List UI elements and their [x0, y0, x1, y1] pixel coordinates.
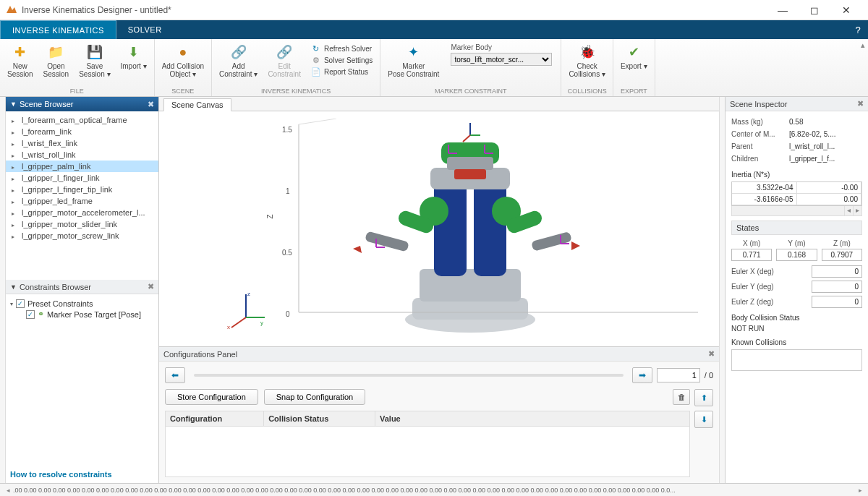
euler-z-input[interactable]: 0 — [812, 296, 862, 308]
import-icon: ⬇ — [125, 43, 142, 61]
tree-node[interactable]: ▸l_wrist_flex_link — [6, 137, 158, 149]
marker-pose-target-node[interactable]: ✓⚭Marker Pose Target [Pose] — [10, 309, 154, 320]
edit-constraint-button[interactable]: 🔗EditConstraint — [265, 42, 304, 87]
solver-settings-button[interactable]: ⚙Solver Settings — [311, 55, 373, 65]
state-x-input[interactable]: 0.771 — [731, 249, 772, 261]
axes-triad-icon: z y x — [224, 288, 268, 332]
ribbon-collapse-icon[interactable]: ▴ — [858, 39, 868, 96]
tree-node[interactable]: ▸l_gripper_l_finger_link — [6, 172, 158, 184]
add-collision-object-button[interactable]: ●Add CollisionObject ▾ — [159, 42, 207, 87]
minimize-button[interactable]: — — [767, 0, 799, 20]
svg-text:z: z — [247, 291, 250, 297]
config-total-label: / 0 — [705, 371, 713, 380]
config-index-input[interactable] — [657, 368, 700, 382]
config-slider[interactable] — [194, 374, 624, 377]
chain-edit-icon: 🔗 — [276, 43, 293, 61]
scene-canvas[interactable]: Z 1.5 1 0.5 0 — [159, 111, 719, 346]
state-z-input[interactable]: 0.7907 — [822, 249, 862, 261]
constraints-browser-close-icon[interactable]: ✖ — [148, 282, 154, 291]
svg-marker-15 — [353, 246, 362, 253]
svg-text:x: x — [227, 324, 230, 330]
add-constraint-button[interactable]: 🔗AddConstraint ▾ — [216, 42, 260, 87]
tree-node[interactable]: ▸l_wrist_roll_link — [6, 149, 158, 161]
scene-canvas-tab[interactable]: Scene Canvas — [163, 98, 231, 111]
marker-body-select[interactable]: torso_lift_motor_scr... — [451, 53, 552, 66]
close-button[interactable]: ✕ — [830, 0, 862, 20]
tree-node[interactable]: ▸l_gripper_l_finger_tip_link — [6, 184, 158, 195]
bug-icon: 🐞 — [579, 43, 596, 61]
scroll-right-icon[interactable]: ▸ — [853, 206, 861, 215]
scene-browser-close-icon[interactable]: ✖ — [148, 100, 154, 109]
left-dockbar[interactable] — [0, 97, 6, 483]
scene-inspector-header[interactable]: Scene Inspector✖ — [726, 97, 868, 111]
export-button[interactable]: ✔Export ▾ — [618, 42, 650, 87]
config-next-button[interactable]: ➡ — [632, 367, 652, 383]
save-icon: 💾 — [86, 43, 103, 61]
gear-icon: ⚙ — [311, 55, 321, 65]
svg-text:y: y — [260, 320, 263, 326]
preset-constraints-node[interactable]: ▾✓Preset Constraints — [10, 299, 154, 309]
toolstrip-tabs: INVERSE KINEMATICS SOLVER ? — [0, 20, 868, 39]
constraint-icon: ⚭ — [38, 309, 44, 319]
scene-browser-header[interactable]: ▼Scene Browser✖ — [6, 97, 158, 111]
refresh-solver-button[interactable]: ↻Refresh Solver — [311, 43, 373, 54]
z-axis-label: Z — [266, 214, 274, 218]
inertia-table[interactable]: 3.5322e-04-0.00 -3.6166e-050.00 — [731, 181, 862, 206]
scroll-left-icon[interactable]: ◂ — [844, 206, 853, 215]
tree-node[interactable]: ▸l_forearm_link — [6, 126, 158, 137]
save-session-button[interactable]: 💾SaveSession ▾ — [76, 42, 113, 87]
trash-icon: 🗑 — [678, 393, 686, 401]
store-configuration-button[interactable]: Store Configuration — [165, 389, 258, 405]
configurations-table[interactable]: ConfigurationCollision StatusValue — [165, 411, 690, 427]
check-collisions-button[interactable]: 🐞CheckCollisions ▾ — [566, 42, 608, 87]
sphere-icon: ● — [174, 43, 192, 61]
scene-browser-tree[interactable]: ▸l_forearm_cam_optical_frame▸l_forearm_l… — [6, 111, 158, 280]
known-collisions-box[interactable] — [731, 349, 862, 371]
svg-marker-16 — [571, 241, 580, 250]
configurations-panel-header[interactable]: Configurations Panel✖ — [159, 347, 719, 362]
help-icon[interactable]: ? — [848, 20, 868, 39]
constraints-browser: ▾✓Preset Constraints ✓⚭Marker Pose Targe… — [6, 294, 158, 466]
marker-icon: ✦ — [405, 43, 422, 61]
checkbox-icon[interactable]: ✓ — [16, 299, 25, 308]
tree-node[interactable]: ▸l_gripper_motor_accelerometer_l... — [6, 207, 158, 218]
snap-to-configuration-button[interactable]: Snap to Configuration — [264, 389, 365, 405]
maximize-button[interactable]: ◻ — [799, 0, 830, 20]
state-y-input[interactable]: 0.168 — [776, 249, 817, 261]
right-dockbar[interactable] — [719, 97, 725, 483]
open-session-button[interactable]: 📁OpenSession — [41, 42, 72, 87]
svg-line-32 — [231, 317, 246, 328]
inspector-close-icon[interactable]: ✖ — [857, 99, 864, 108]
canvas-tabbar: Scene Canvas — [159, 97, 719, 111]
euler-x-input[interactable]: 0 — [812, 265, 862, 278]
tree-node[interactable]: ▸l_gripper_led_frame — [6, 195, 158, 207]
tab-solver[interactable]: SOLVER — [116, 20, 174, 39]
checkbox-icon[interactable]: ✓ — [26, 310, 35, 319]
svg-rect-13 — [365, 231, 409, 252]
status-bar: ◂ .00 0.00 0.00 0.00 0.00 0.00 0.00 0.00… — [0, 483, 868, 496]
move-up-button[interactable]: ⬆ — [694, 389, 713, 406]
move-down-button[interactable]: ⬇ — [694, 411, 713, 428]
config-prev-button[interactable]: ⬅ — [165, 367, 185, 383]
resolve-constraints-link[interactable]: How to resolve constraints — [6, 466, 158, 483]
svg-rect-2 — [420, 269, 521, 302]
marker-pose-constraint-button[interactable]: ✦MarkerPose Constraint — [385, 42, 442, 87]
constraints-browser-header[interactable]: ▼Constraints Browser✖ — [6, 280, 158, 294]
status-scroll-left-icon[interactable]: ◂ — [3, 487, 13, 494]
report-status-button[interactable]: 📄Report Status — [311, 67, 373, 77]
status-scroll-right-icon[interactable]: ▸ — [855, 487, 865, 494]
tree-node[interactable]: ▸l_forearm_cam_optical_frame — [6, 114, 158, 126]
tree-node[interactable]: ▸l_gripper_palm_link — [6, 161, 158, 172]
euler-y-input[interactable]: 0 — [812, 281, 862, 293]
status-text: .00 0.00 0.00 0.00 0.00 0.00 0.00 0.00 0… — [13, 487, 855, 494]
tree-node[interactable]: ▸l_gripper_motor_slider_link — [6, 218, 158, 230]
titlebar: Inverse Kinematics Designer - untitled* … — [0, 0, 868, 20]
configurations-close-icon[interactable]: ✖ — [708, 349, 715, 359]
delete-configuration-button[interactable]: 🗑 — [673, 389, 690, 405]
ribbon: ✚NewSession 📁OpenSession 💾SaveSession ▾ … — [0, 39, 868, 97]
new-session-button[interactable]: ✚NewSession — [4, 42, 36, 87]
robot-graphic — [326, 117, 687, 334]
import-button[interactable]: ⬇Import ▾ — [118, 42, 150, 87]
tree-node[interactable]: ▸l_gripper_motor_screw_link — [6, 230, 158, 241]
tab-inverse-kinematics[interactable]: INVERSE KINEMATICS — [0, 20, 116, 39]
